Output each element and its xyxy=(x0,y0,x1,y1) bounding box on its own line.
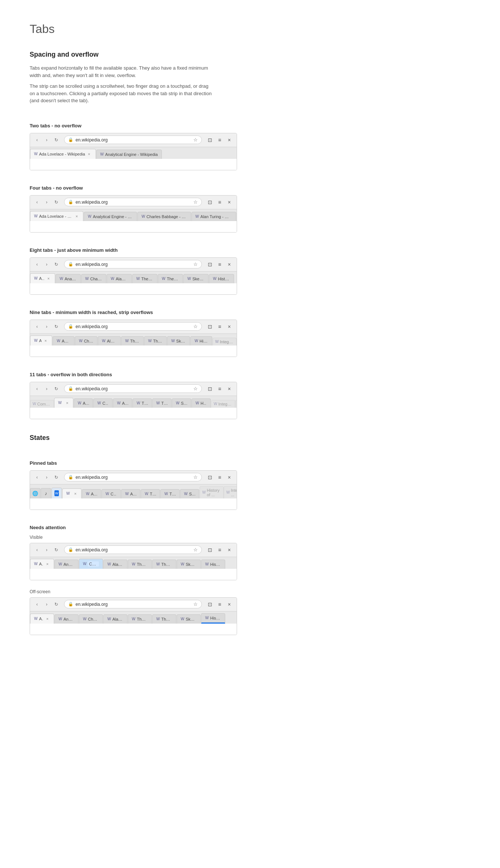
address-bar[interactable]: 🔒 en.wikipedia.org ☆ xyxy=(64,322,202,331)
tab-alan[interactable]: W Alan Turing... xyxy=(121,489,140,498)
tab-ada[interactable]: W Ada Lo... × xyxy=(30,273,55,283)
tab-alan[interactable]: W Alan Turing... xyxy=(107,274,132,283)
tab-close[interactable]: × xyxy=(46,276,51,281)
tab-charles[interactable]: W Charles Babbage - Wikipedia xyxy=(137,212,191,221)
back-button[interactable]: ‹ xyxy=(33,546,41,554)
pinned-tab-music[interactable]: ♪ xyxy=(41,488,51,498)
tab-charles[interactable]: W Charles Ba... xyxy=(79,614,103,624)
tab-ada[interactable]: W Ada Lo... × xyxy=(54,398,73,408)
menu-button[interactable]: ≡ xyxy=(215,473,224,482)
tab-manchester[interactable]: W The Manch... xyxy=(152,560,176,569)
tab-charles[interactable]: W Charles Ba... xyxy=(93,398,113,408)
tab-manchester[interactable]: W The Manch... xyxy=(158,274,183,283)
tab-close[interactable]: × xyxy=(73,491,78,496)
back-button[interactable]: ‹ xyxy=(33,323,41,331)
screenshot-button[interactable]: ⊡ xyxy=(206,322,214,331)
refresh-button[interactable]: ↻ xyxy=(52,198,60,206)
back-button[interactable]: ‹ xyxy=(33,260,41,268)
tab-manchester[interactable]: W The Manch... xyxy=(152,614,176,624)
tab-alan[interactable]: W Alan Turing... xyxy=(103,614,127,624)
forward-button[interactable]: › xyxy=(43,473,51,481)
menu-button[interactable]: ≡ xyxy=(215,136,224,144)
tab-close[interactable]: × xyxy=(45,616,50,621)
refresh-button[interactable]: ↻ xyxy=(52,600,60,608)
refresh-button[interactable]: ↻ xyxy=(52,323,60,331)
address-bar[interactable]: 🔒 en.wikipedia.org ☆ xyxy=(64,473,202,481)
tab-history[interactable]: W History of... xyxy=(191,398,211,408)
tab-overflow-history[interactable]: W History of ... xyxy=(200,486,224,498)
close-window-button[interactable]: × xyxy=(225,545,234,554)
tab-ada[interactable]: W Ada Lo... × xyxy=(30,559,54,569)
close-window-button[interactable]: × xyxy=(225,198,234,207)
refresh-button[interactable]: ↻ xyxy=(52,136,60,144)
tab-charles-attention[interactable]: W Charles Ba... xyxy=(79,559,103,569)
close-window-button[interactable]: × xyxy=(225,473,234,482)
tab-analytical[interactable]: W Analytical ... xyxy=(54,614,79,624)
address-bar[interactable]: 🔒 en.wikipedia.org ☆ xyxy=(64,136,202,144)
tab-charles[interactable]: W Charles Ba... xyxy=(101,489,121,498)
screenshot-button[interactable]: ⊡ xyxy=(206,545,214,554)
tab-overflow-silicone[interactable]: W Silicone -... xyxy=(235,400,237,408)
forward-button[interactable]: › xyxy=(43,260,51,268)
tab-history[interactable]: W History of ... xyxy=(201,560,225,569)
tab-analytical[interactable]: W Analytical ... xyxy=(74,398,93,408)
tab-alan[interactable]: W Alan Turing... xyxy=(98,336,121,345)
menu-button[interactable]: ≡ xyxy=(215,198,224,207)
refresh-button[interactable]: ↻ xyxy=(52,473,60,481)
tab-difference[interactable]: W The Differe... xyxy=(121,336,144,345)
tab-manchester[interactable]: W The Manch... xyxy=(152,398,171,408)
tab-charles[interactable]: W Charles Ba... xyxy=(75,336,97,345)
close-window-button[interactable]: × xyxy=(225,136,234,144)
address-bar[interactable]: 🔒 en.wikipedia.org ☆ xyxy=(64,384,202,393)
back-button[interactable]: ‹ xyxy=(33,198,41,206)
address-bar[interactable]: 🔒 en.wikipedia.org ☆ xyxy=(64,600,202,608)
refresh-button[interactable]: ↻ xyxy=(52,260,60,268)
back-button[interactable]: ‹ xyxy=(33,473,41,481)
tab-analytical[interactable]: W Analytical ... xyxy=(82,489,101,498)
screenshot-button[interactable]: ⊡ xyxy=(206,384,214,393)
close-window-button[interactable]: × xyxy=(225,600,234,609)
menu-button[interactable]: ≡ xyxy=(215,260,224,269)
screenshot-button[interactable]: ⊡ xyxy=(206,600,214,609)
tab-analytical[interactable]: W Analytical ... xyxy=(53,336,74,345)
tab-analytical[interactable]: W Analytical Engine - Wikipedia xyxy=(84,212,137,221)
tab-alan[interactable]: W Alan Turing... xyxy=(113,398,132,408)
back-button[interactable]: ‹ xyxy=(33,385,41,393)
pinned-tab-blue[interactable]: W xyxy=(51,488,62,498)
tab-difference[interactable]: W The Differe... xyxy=(128,614,152,624)
refresh-button[interactable]: ↻ xyxy=(52,385,60,393)
forward-button[interactable]: › xyxy=(43,546,51,554)
close-window-button[interactable]: × xyxy=(225,322,234,331)
tab-analytical[interactable]: W Analytical ... xyxy=(56,274,81,283)
tab-sketch[interactable]: W Sketch of th... xyxy=(167,336,190,345)
tab-ada[interactable]: W Ada Lo... × xyxy=(30,614,54,624)
tab-close[interactable]: × xyxy=(43,338,48,343)
tab-close[interactable]: × xyxy=(87,151,92,157)
menu-button[interactable]: ≡ xyxy=(215,322,224,331)
tab-difference[interactable]: W The Differe... xyxy=(141,489,160,498)
tab-close[interactable]: × xyxy=(45,561,50,567)
tab-sketch[interactable]: W Sketch of t... xyxy=(172,398,191,408)
tab-overflow-computer[interactable]: W Computer... xyxy=(30,400,54,408)
tab-analytical[interactable]: W Analytical ... xyxy=(54,560,79,569)
address-bar[interactable]: 🔒 en.wikipedia.org ☆ xyxy=(64,198,202,206)
tab-ada[interactable]: W Ada Lovelace - Wikipedia × xyxy=(30,211,83,221)
forward-button[interactable]: › xyxy=(43,198,51,206)
forward-button[interactable]: › xyxy=(43,136,51,144)
screenshot-button[interactable]: ⊡ xyxy=(206,198,214,207)
address-bar[interactable]: 🔒 en.wikipedia.org ☆ xyxy=(64,545,202,554)
tab-close[interactable]: × xyxy=(64,400,70,405)
tab-close[interactable]: × xyxy=(74,214,79,219)
tab-ada[interactable]: W Ada Lo... × xyxy=(62,488,81,498)
pinned-tab-earth[interactable]: 🌐 xyxy=(30,488,40,498)
tab-history-offscreen[interactable]: W History of ... xyxy=(201,613,225,624)
forward-button[interactable]: › xyxy=(43,385,51,393)
menu-button[interactable]: ≡ xyxy=(215,600,224,609)
tab-manchester[interactable]: W The Manch... xyxy=(160,489,180,498)
forward-button[interactable]: › xyxy=(43,323,51,331)
tab-overflow-integrated[interactable]: W Integrated ... xyxy=(224,486,237,498)
tab-history[interactable]: W History of ... xyxy=(209,274,234,283)
tab-sketch[interactable]: W Sketch of th... xyxy=(177,560,201,569)
tab-alan[interactable]: W Alan Turing... xyxy=(103,560,127,569)
screenshot-button[interactable]: ⊡ xyxy=(206,260,214,269)
